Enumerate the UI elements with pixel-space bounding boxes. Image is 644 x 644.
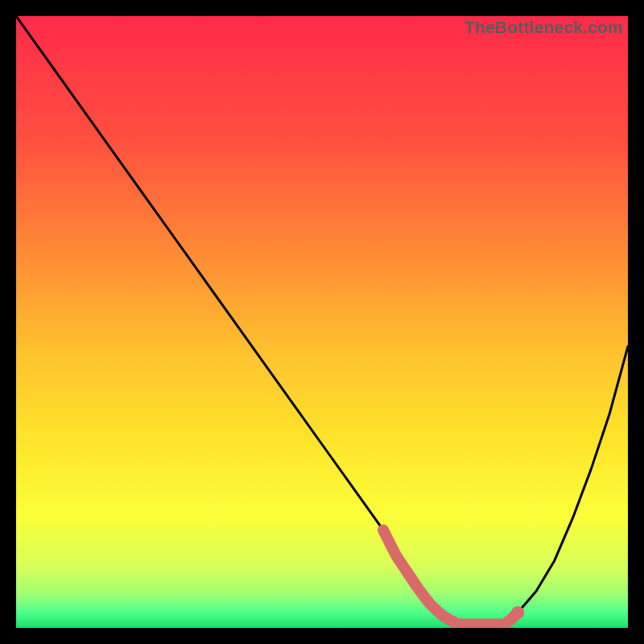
watermark: TheBottleneck.com <box>464 18 623 37</box>
bottleneck-curve <box>16 16 628 628</box>
plot-area: TheBottleneck.com <box>16 16 628 628</box>
curve-layer <box>16 16 628 628</box>
optimal-region-marker <box>383 530 518 624</box>
chart-frame: TheBottleneck.com <box>16 16 628 628</box>
optimal-point-dot <box>511 606 524 619</box>
